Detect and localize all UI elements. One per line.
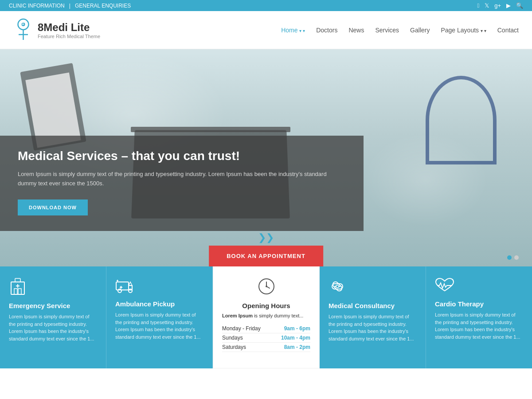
svg-rect-5 — [11, 282, 24, 294]
nav-page-layouts[interactable]: Page Layouts ▾ — [441, 27, 486, 34]
ambulance-title: Ambulance Pickup — [115, 300, 175, 308]
svg-point-26 — [336, 285, 339, 288]
svg-rect-13 — [116, 282, 129, 290]
emergency-title: Emergency Service — [9, 302, 70, 309]
top-bar-left: CLINIC INFORMATION | GENERAL ENQUIRIES — [9, 3, 131, 9]
svg-text:+: + — [22, 22, 24, 27]
cardio-desc: Lorem Ipsum is simply dummy text of the … — [435, 311, 523, 340]
hours-time-2: 10am - 4pm — [281, 335, 310, 341]
nav-news[interactable]: News — [348, 27, 364, 34]
hours-row-weekday: Monday - Friday 9am - 6pm — [222, 324, 310, 333]
nav-services[interactable]: Services — [375, 27, 399, 34]
slider-dot-1[interactable] — [507, 255, 512, 260]
hours-table: Monday - Friday 9am - 6pm Sundays 10am -… — [222, 324, 310, 352]
svg-rect-25 — [332, 281, 343, 292]
hours-time-3: 8am - 2pm — [284, 344, 310, 350]
hours-row-sunday: Sundays 10am - 4pm — [222, 333, 310, 343]
logo-tagline: Feature Rich Medical Theme — [38, 34, 100, 39]
svg-rect-10 — [15, 278, 20, 282]
facebook-icon[interactable]:  — [477, 2, 479, 9]
ambulance-icon — [115, 278, 135, 296]
nav-home[interactable]: Home ▾ — [281, 27, 305, 34]
hours-intro-rest: is simply dummy text... — [253, 313, 303, 318]
svg-rect-7 — [18, 289, 21, 294]
cardio-title: Cardio Therapy — [435, 300, 484, 308]
main-nav: Home ▾ Doctors News Services Gallery Pag… — [281, 27, 519, 34]
svg-point-27 — [335, 286, 336, 287]
hours-day-2: Sundays — [222, 335, 243, 341]
logo-icon: + — [13, 18, 33, 42]
hours-time-1: 9am - 6pm — [284, 325, 310, 332]
hero-overlay: Medical Services – that you can trust! L… — [0, 136, 364, 231]
hours-title: Opening Hours — [222, 302, 310, 309]
youtube-icon[interactable]: ▶ — [506, 2, 511, 9]
hero-title: Medical Services – that you can trust! — [18, 149, 346, 163]
logo-text: 8Medi Lite Feature Rich Medical Theme — [38, 21, 100, 39]
google-plus-icon[interactable]: g+ — [494, 2, 501, 9]
slider-dot-2[interactable] — [514, 255, 519, 260]
slider-dots — [507, 255, 519, 260]
hours-intro-bold: Lorem Ipsum — [222, 313, 253, 318]
chevron-down-icon: ❯❯ — [209, 232, 323, 243]
logo-name: 8Medi Lite — [38, 21, 100, 34]
svg-rect-6 — [14, 289, 17, 294]
clock-icon — [258, 278, 275, 297]
twitter-icon[interactable]: 𝕏 — [485, 2, 489, 9]
service-hours: Opening Hours Lorem Ipsum is simply dumm… — [213, 266, 320, 368]
hours-row-saturday: Saturdays 8am - 2pm — [222, 343, 310, 352]
emergency-desc: Lorem Ipsum is simply dummy text of the … — [9, 313, 97, 342]
ambulance-desc: Lorem Ipsum is simply dummy text of the … — [115, 311, 203, 340]
heartbeat-icon — [435, 278, 454, 296]
bandage-icon — [329, 278, 346, 297]
hours-day-1: Monday - Friday — [222, 325, 261, 332]
svg-point-28 — [339, 286, 340, 287]
top-bar: CLINIC INFORMATION | GENERAL ENQUIRIES … — [0, 0, 532, 11]
hero-description: Lorem Ipsum is simply dummy text of the … — [18, 170, 346, 188]
header: + 8Medi Lite Feature Rich Medical Theme … — [0, 11, 532, 49]
search-icon[interactable]: 🔍 — [516, 2, 523, 9]
hero-section: Medical Services – that you can trust! L… — [0, 49, 532, 266]
svg-point-23 — [266, 286, 267, 287]
consultancy-desc: Lorem Ipsum is simply dummy text of the … — [329, 313, 417, 342]
hospital-icon — [9, 278, 27, 297]
top-bar-social:  𝕏 g+ ▶ 🔍 — [477, 2, 523, 9]
hours-day-3: Saturdays — [222, 344, 246, 350]
download-button[interactable]: DOWNLOAD NOW — [18, 200, 88, 215]
nav-contact[interactable]: Contact — [497, 27, 519, 34]
services-row: Emergency Service Lorem Ipsum is simply … — [0, 266, 532, 368]
service-consultancy: Medical Consultancy Lorem Ipsum is simpl… — [320, 266, 426, 368]
clinic-info-link[interactable]: CLINIC INFORMATION — [9, 3, 65, 9]
service-ambulance: Ambulance Pickup Lorem Ipsum is simply d… — [106, 266, 213, 368]
service-emergency: Emergency Service Lorem Ipsum is simply … — [0, 266, 106, 368]
book-section: ❯❯ BOOK AN APPOINTMENT — [209, 232, 323, 266]
nav-doctors[interactable]: Doctors — [316, 27, 337, 34]
service-cardio: Cardio Therapy Lorem Ipsum is simply dum… — [426, 266, 532, 368]
nav-gallery[interactable]: Gallery — [410, 27, 430, 34]
book-appointment-button[interactable]: BOOK AN APPOINTMENT — [209, 246, 323, 266]
separator: | — [69, 3, 70, 9]
consultancy-title: Medical Consultancy — [329, 302, 395, 309]
hours-intro: Lorem Ipsum is simply dummy text... — [222, 313, 303, 318]
logo[interactable]: + 8Medi Lite Feature Rich Medical Theme — [13, 18, 100, 42]
general-enquiries-link[interactable]: GENERAL ENQUIRIES — [75, 3, 131, 9]
